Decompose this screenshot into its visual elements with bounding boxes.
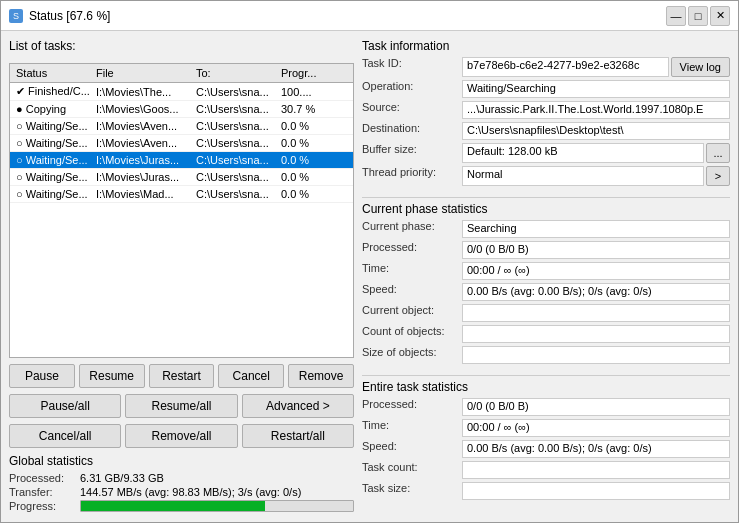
restart-button[interactable]: Restart: [149, 364, 215, 388]
task-status: ● Copying: [14, 102, 94, 116]
task-row[interactable]: ○ Waiting/Se... I:\Movies\Juras... C:\Us…: [10, 169, 353, 186]
task-to: C:\Users\sna...: [194, 136, 279, 150]
cancel-all-button[interactable]: Cancel/all: [9, 424, 121, 448]
operation-row: Operation: Waiting/Searching: [362, 80, 730, 98]
task-file: I:\Movies\Mad...: [94, 187, 194, 201]
entire-task-title: Entire task statistics: [362, 380, 730, 394]
size-objects-row: Size of objects:: [362, 346, 730, 364]
remove-all-button[interactable]: Remove/all: [125, 424, 237, 448]
destination-label: Destination:: [362, 122, 462, 134]
thread-priority-field-group: Normal >: [462, 166, 730, 186]
global-stats: Global statistics Processed: 6.31 GB/9.3…: [9, 454, 354, 514]
close-button[interactable]: ✕: [710, 6, 730, 26]
task-info-section: Task information Task ID: b7e78e6b-c6e2-…: [362, 39, 730, 189]
task-to: C:\Users\sna...: [194, 170, 279, 184]
restart-all-button[interactable]: Restart/all: [242, 424, 354, 448]
processed3-label: Processed:: [362, 398, 462, 410]
task-status: ○ Waiting/Se...: [14, 119, 94, 133]
task-file: I:\Movies\Aven...: [94, 136, 194, 150]
entire-task-section: Entire task statistics Processed: 0/0 (0…: [362, 375, 730, 503]
task-row[interactable]: ✔ Finished/C... I:\Movies\The... C:\User…: [10, 83, 353, 101]
task-row[interactable]: ○ Waiting/Se... I:\Movies\Aven... C:\Use…: [10, 135, 353, 152]
buffer-size-row: Buffer size: Default: 128.00 kB ...: [362, 143, 730, 163]
task-to: C:\Users\sna...: [194, 102, 279, 116]
tasks-table[interactable]: Status File To: Progr... ✔ Finished/C...…: [9, 63, 354, 358]
task-row[interactable]: ○ Waiting/Se... I:\Movies\Mad... C:\User…: [10, 186, 353, 203]
current-object-value: [462, 304, 730, 322]
destination-value: C:\Users\snapfiles\Desktop\test\: [462, 122, 730, 140]
task-count-label: Task count:: [362, 461, 462, 473]
buffer-size-button[interactable]: ...: [706, 143, 730, 163]
time2-row: Time: 00:00 / ∞ (∞): [362, 262, 730, 280]
speed2-value: 0.00 B/s (avg: 0.00 B/s); 0/s (avg: 0/s): [462, 283, 730, 301]
thread-priority-value: Normal: [462, 166, 704, 186]
main-window: S Status [67.6 %] — □ ✕ List of tasks: S…: [0, 0, 739, 523]
buttons-row-2: Pause/all Resume/all Advanced >: [9, 394, 354, 418]
pause-button[interactable]: Pause: [9, 364, 75, 388]
left-panel: List of tasks: Status File To: Progr... …: [9, 39, 354, 514]
title-bar-left: S Status [67.6 %]: [9, 9, 110, 23]
transfer-stat-row: Transfer: 144.57 MB/s (avg: 98.83 MB/s);…: [9, 486, 354, 498]
resume-all-button[interactable]: Resume/all: [125, 394, 237, 418]
cancel-button[interactable]: Cancel: [218, 364, 284, 388]
task-to: C:\Users\sna...: [194, 119, 279, 133]
col-file: File: [94, 66, 194, 80]
task-row[interactable]: ○ Waiting/Se... I:\Movies\Juras... C:\Us…: [10, 152, 353, 169]
thread-priority-label: Thread priority:: [362, 166, 462, 178]
right-panel: Task information Task ID: b7e78e6b-c6e2-…: [362, 39, 730, 514]
tasks-section-title: List of tasks:: [9, 39, 354, 53]
processed-label: Processed:: [9, 472, 74, 484]
current-phase-value: Searching: [462, 220, 730, 238]
current-object-label: Current object:: [362, 304, 462, 316]
minimize-button[interactable]: —: [666, 6, 686, 26]
transfer-value: 144.57 MB/s (avg: 98.83 MB/s); 3/s (avg:…: [80, 486, 354, 498]
task-row[interactable]: ● Copying I:\Movies\Goos... C:\Users\sna…: [10, 101, 353, 118]
buttons-row-3: Cancel/all Remove/all Restart/all: [9, 424, 354, 448]
task-file: I:\Movies\Juras...: [94, 170, 194, 184]
tasks-header: Status File To: Progr...: [10, 64, 353, 83]
task-file: I:\Movies\Goos...: [94, 102, 194, 116]
task-progress: 0.0 %: [279, 170, 339, 184]
remove-button[interactable]: Remove: [288, 364, 354, 388]
processed2-label: Processed:: [362, 241, 462, 253]
task-to: C:\Users\sna...: [194, 153, 279, 167]
buttons-row-1: Pause Resume Restart Cancel Remove: [9, 364, 354, 388]
operation-value: Waiting/Searching: [462, 80, 730, 98]
task-status: ○ Waiting/Se...: [14, 187, 94, 201]
destination-row: Destination: C:\Users\snapfiles\Desktop\…: [362, 122, 730, 140]
current-phase-section: Current phase statistics Current phase: …: [362, 197, 730, 367]
current-phase-row: Current phase: Searching: [362, 220, 730, 238]
task-id-row: Task ID: b7e78e6b-c6e2-4277-b9e2-e3268c …: [362, 57, 730, 77]
task-id-label: Task ID:: [362, 57, 462, 69]
task-count-row: Task count:: [362, 461, 730, 479]
task-file: I:\Movies\The...: [94, 85, 194, 99]
resume-button[interactable]: Resume: [79, 364, 145, 388]
count-objects-label: Count of objects:: [362, 325, 462, 337]
task-progress: 0.0 %: [279, 119, 339, 133]
task-to: C:\Users\sna...: [194, 85, 279, 99]
time3-label: Time:: [362, 419, 462, 431]
processed2-row: Processed: 0/0 (0 B/0 B): [362, 241, 730, 259]
current-phase-title: Current phase statistics: [362, 202, 730, 216]
global-stats-title: Global statistics: [9, 454, 354, 468]
maximize-button[interactable]: □: [688, 6, 708, 26]
task-row[interactable]: ○ Waiting/Se... I:\Movies\Aven... C:\Use…: [10, 118, 353, 135]
thread-priority-button[interactable]: >: [706, 166, 730, 186]
col-progress: Progr...: [279, 66, 339, 80]
speed2-row: Speed: 0.00 B/s (avg: 0.00 B/s); 0/s (av…: [362, 283, 730, 301]
transfer-label: Transfer:: [9, 486, 74, 498]
task-progress: 0.0 %: [279, 187, 339, 201]
time2-value: 00:00 / ∞ (∞): [462, 262, 730, 280]
title-bar: S Status [67.6 %] — □ ✕: [1, 1, 738, 31]
current-phase-label: Current phase:: [362, 220, 462, 232]
size-objects-value: [462, 346, 730, 364]
speed3-row: Speed: 0.00 B/s (avg: 0.00 B/s); 0/s (av…: [362, 440, 730, 458]
count-objects-row: Count of objects:: [362, 325, 730, 343]
task-size-value: [462, 482, 730, 500]
pause-all-button[interactable]: Pause/all: [9, 394, 121, 418]
task-status: ○ Waiting/Se...: [14, 136, 94, 150]
source-value: ...\Jurassic.Park.II.The.Lost.World.1997…: [462, 101, 730, 119]
count-objects-value: [462, 325, 730, 343]
advanced-button[interactable]: Advanced >: [242, 394, 354, 418]
view-log-button[interactable]: View log: [671, 57, 730, 77]
